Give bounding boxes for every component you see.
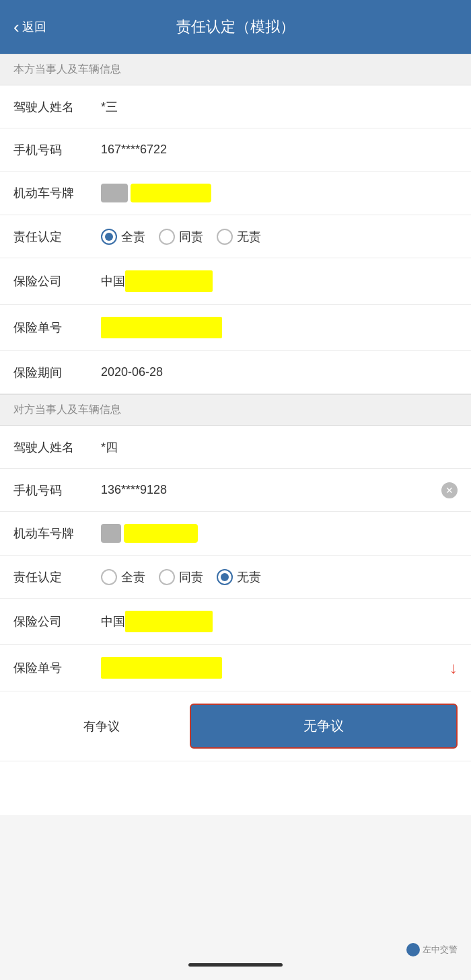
- party1-responsibility-label: 责任认定: [13, 229, 101, 245]
- party2-insurance-company-row: 保险公司 中国: [0, 599, 471, 645]
- party1-plate-row: 机动车号牌: [0, 172, 471, 215]
- party2-insurance-company-highlight: [125, 611, 213, 632]
- party1-radio-all[interactable]: 全责: [101, 229, 145, 245]
- party1-plate-yellow: [131, 184, 211, 202]
- party1-phone-row: 手机号码 167****6722: [0, 128, 471, 172]
- back-chevron: ‹: [13, 17, 20, 38]
- party1-insurance-period-value: 2020-06-28: [101, 365, 458, 379]
- party2-insurance-number-highlight: [101, 657, 222, 679]
- party2-phone-clear-icon[interactable]: ✕: [441, 482, 458, 498]
- section1-header: 本方当事人及车辆信息: [0, 54, 471, 85]
- party1-radio-all-circle: [101, 229, 117, 245]
- party2-radio-shared[interactable]: 同责: [159, 569, 203, 585]
- party2-radio-shared-label: 同责: [179, 569, 203, 585]
- watermark-logo: [406, 943, 420, 956]
- party2-plate-value: [101, 524, 198, 543]
- party1-plate-label: 机动车号牌: [13, 185, 101, 201]
- party2-radio-none-circle: [217, 569, 233, 585]
- party2-insurance-number-row: 保险单号 ↓: [0, 645, 471, 691]
- dispute-button[interactable]: 有争议: [13, 718, 190, 734]
- party2-insurance-company-value: 中国: [101, 611, 458, 632]
- party2-radio-all-circle: [101, 569, 117, 585]
- party1-insurance-company-highlight: [125, 270, 213, 292]
- section2-header: 对方当事人及车辆信息: [0, 394, 471, 426]
- red-arrow-down-icon: ↓: [449, 658, 458, 677]
- party1-responsibility-row: 责任认定 全责 同责 无责: [0, 215, 471, 258]
- party1-driver-label: 驾驶人姓名: [13, 99, 101, 115]
- party2-phone-label: 手机号码: [13, 482, 101, 498]
- party1-radio-shared[interactable]: 同责: [159, 229, 203, 245]
- party2-driver-row: 驾驶人姓名 *四: [0, 426, 471, 469]
- home-indicator: [188, 963, 283, 967]
- dispute-label: 有争议: [83, 720, 120, 733]
- party2-driver-label: 驾驶人姓名: [13, 439, 101, 455]
- party1-radio-none[interactable]: 无责: [217, 229, 261, 245]
- party2-radio-none[interactable]: 无责: [217, 569, 261, 585]
- party2-driver-value: *四: [101, 439, 458, 455]
- party1-radio-all-label: 全责: [121, 229, 145, 245]
- party1-radio-none-circle: [217, 229, 233, 245]
- party1-insurance-period-row: 保险期间 2020-06-28: [0, 351, 471, 394]
- party1-radio-shared-circle: [159, 229, 175, 245]
- party2-insurance-number-label: 保险单号: [13, 660, 101, 676]
- party2-insurance-company-label: 保险公司: [13, 613, 101, 630]
- back-button[interactable]: ‹ 返回: [13, 17, 46, 38]
- party2-plate-yellow: [124, 524, 198, 543]
- party1-insurance-number-label: 保险单号: [13, 319, 101, 336]
- party2-responsibility-label: 责任认定: [13, 569, 101, 585]
- party2-responsibility-row: 责任认定 全责 同责 无责: [0, 556, 471, 599]
- party1-radio-shared-label: 同责: [179, 229, 203, 245]
- party2-plate-gray: [101, 524, 121, 543]
- party1-insurance-company-value: 中国: [101, 270, 458, 292]
- party1-plate-gray: [101, 184, 128, 202]
- party1-radio-none-label: 无责: [237, 229, 261, 245]
- party1-insurance-company-label: 保险公司: [13, 273, 101, 289]
- party1-insurance-number-row: 保险单号: [0, 305, 471, 351]
- party2-insurance-number-value: [101, 657, 444, 679]
- watermark-text: 左中交警: [423, 944, 458, 956]
- party2-radio-none-label: 无责: [237, 569, 261, 585]
- no-dispute-button[interactable]: 无争议: [190, 704, 458, 749]
- party2-radio-all[interactable]: 全责: [101, 569, 145, 585]
- party2-phone-row: 手机号码 136****9128 ✕: [0, 469, 471, 512]
- party2-plate-row: 机动车号牌: [0, 512, 471, 556]
- watermark: 左中交警: [406, 943, 458, 956]
- bottom-spacer: [0, 761, 471, 815]
- party1-insurance-number-value: [101, 317, 458, 338]
- back-label: 返回: [22, 19, 46, 35]
- party1-phone-label: 手机号码: [13, 142, 101, 158]
- party1-insurance-company-row: 保险公司 中国: [0, 258, 471, 305]
- party1-insurance-number-highlight: [101, 317, 222, 338]
- party2-plate-label: 机动车号牌: [13, 525, 101, 541]
- party1-radio-group: 全责 同责 无责: [101, 229, 261, 245]
- page-title: 责任认定（模拟）: [176, 17, 295, 37]
- party2-radio-shared-circle: [159, 569, 175, 585]
- party2-phone-value: 136****9128: [101, 483, 436, 497]
- party1-phone-value: 167****6722: [101, 143, 458, 157]
- party1-insurance-period-label: 保险期间: [13, 365, 101, 381]
- bottom-buttons-row: 有争议 无争议: [0, 691, 471, 761]
- party2-radio-all-label: 全责: [121, 569, 145, 585]
- party1-driver-row: 驾驶人姓名 *三: [0, 85, 471, 128]
- party1-plate-value: [101, 184, 211, 202]
- party2-radio-group: 全责 同责 无责: [101, 569, 261, 585]
- app-header: ‹ 返回 责任认定（模拟）: [0, 0, 471, 54]
- party1-driver-value: *三: [101, 99, 458, 115]
- no-dispute-label: 无争议: [303, 718, 344, 733]
